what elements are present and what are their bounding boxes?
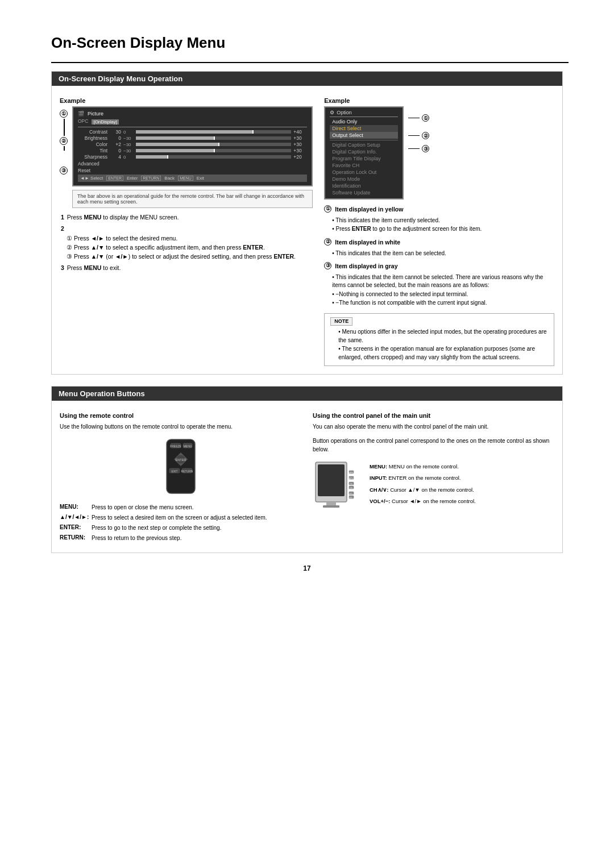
svg-text:CH∧: CH∧	[350, 483, 353, 485]
legend-menu: MENU: Press to open or close the menu sc…	[60, 504, 301, 512]
advanced-row: Advanced	[78, 161, 307, 167]
osd-left-column: Example ① ② ③	[60, 97, 313, 366]
callout-bar: The bar above is an operational guide fo…	[72, 190, 313, 208]
legend-enter: ENTER: Press to go to the next step or c…	[60, 524, 301, 532]
annotation-3: ③ Item displayed in gray This indicates …	[324, 262, 554, 308]
step2-circle: ②	[60, 137, 68, 145]
ann3-circle: ③	[422, 145, 429, 152]
control-panel-subtitle: Using the control panel of the main unit	[313, 412, 554, 419]
svg-rect-16	[318, 464, 345, 496]
legend-return: RETURN: Press to return to the previous …	[60, 534, 301, 542]
ann2-circle: ②	[422, 132, 429, 139]
tv-label-vol: VOL+/−: Cursor ◄/► on the remote control…	[370, 497, 476, 505]
svg-rect-18	[323, 505, 339, 508]
tv-label-menu: MENU: MENU on the remote control.	[370, 462, 476, 471]
mob-right: Using the control panel of the main unit…	[313, 412, 554, 545]
opc-label: OPC	[78, 118, 88, 124]
button-legend: MENU: Press to open or close the menu sc…	[60, 504, 301, 542]
remote-subtitle: Using the remote control	[60, 412, 301, 419]
tv-mockup-section: MENU INPUT CH∧ CH∨ VOL+ VOL−	[313, 459, 554, 516]
svg-rect-17	[326, 502, 336, 505]
svg-text:RETURN: RETURN	[181, 470, 193, 473]
step3-circle: ③	[60, 167, 68, 175]
tv-svg: MENU INPUT CH∧ CH∨ VOL+ VOL−	[313, 459, 364, 516]
mob-left: Using the remote control Use the followi…	[60, 412, 301, 545]
control-panel-desc2: Button operations on the control panel c…	[313, 437, 554, 454]
control-panel-desc1: You can also operate the menu with the c…	[313, 422, 554, 431]
left-example-label: Example	[60, 97, 313, 104]
osd-section-header: On-Screen Display Menu Operation	[52, 72, 562, 86]
tv-labels: MENU: MENU on the remote control. INPUT:…	[370, 459, 476, 508]
right-example-label: Example	[324, 97, 554, 104]
right-screen-mockup: ⚙ Option Audio Only Direct Select Output…	[324, 106, 404, 200]
left-menu-title: 🎬 Picture	[78, 111, 307, 117]
tv-label-ch: CH∧/∨: Cursor ▲/▼ on the remote control.	[370, 485, 476, 494]
svg-text:INPUT: INPUT	[349, 477, 355, 480]
svg-text:MENU: MENU	[183, 445, 192, 448]
mob-section: Menu Operation Buttons Using the remote …	[51, 386, 563, 553]
ann1-circle: ①	[422, 114, 429, 122]
step1-circle: ①	[60, 110, 68, 118]
tv-label-input: INPUT: ENTER on the remote control.	[370, 474, 476, 482]
svg-text:ENTER: ENTER	[175, 458, 186, 462]
status-bar: ◄► Select ENTER Enter RETURN Back MENU E…	[78, 175, 307, 182]
remote-mockup: FREEZE MENU ENTER EXIT	[60, 437, 301, 499]
svg-text:MENU: MENU	[349, 472, 355, 474]
svg-text:VOL−: VOL−	[349, 497, 354, 499]
annotation-2: ② Item displayed in white This indicates…	[324, 238, 554, 258]
page-number: 17	[51, 564, 563, 572]
right-screen-title: ⚙ Option	[330, 110, 398, 115]
remote-desc: Use the following buttons on the remote …	[60, 422, 301, 431]
left-screen-mockup: 🎬 Picture OPC [OnDisplay]	[72, 106, 313, 186]
page-title: On-Screen Display Menu	[51, 34, 569, 52]
note-title: NOTE	[330, 317, 352, 326]
svg-text:FREEZE: FREEZE	[170, 445, 181, 448]
reset-row: Reset	[78, 168, 307, 173]
svg-text:CH∨: CH∨	[350, 487, 353, 489]
right-annotations: ① Item displayed in yellow This indicate…	[324, 205, 554, 366]
mob-section-header: Menu Operation Buttons	[52, 387, 562, 401]
steps-section: 1 Press MENU to display the MENU screen.…	[60, 213, 313, 273]
annotation-1: ① Item displayed in yellow This indicate…	[324, 205, 554, 234]
osd-section: On-Screen Display Menu Operation Example…	[51, 71, 563, 375]
legend-nav: ▲/▼/◄/►: Press to select a desired item …	[60, 514, 301, 522]
ondisplay-badge: [OnDisplay]	[92, 119, 118, 124]
svg-text:EXIT: EXIT	[171, 470, 177, 473]
svg-text:VOL+: VOL+	[349, 493, 354, 495]
note-box: NOTE Menu options differ in the selected…	[324, 313, 554, 367]
osd-right-column: Example ⚙ Option Audio Only Direct Selec…	[324, 97, 554, 366]
